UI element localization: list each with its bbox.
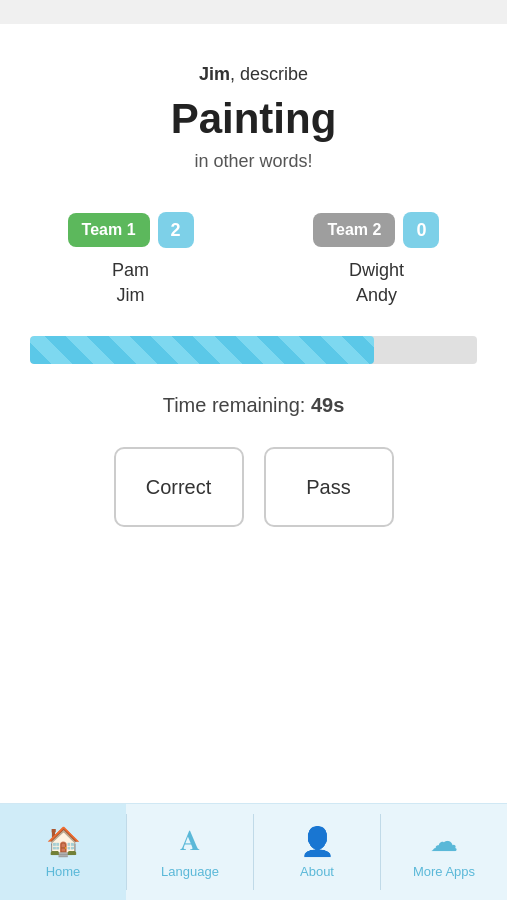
time-remaining-value: 49s <box>311 394 344 416</box>
main-content: Jim, describe Painting in other words! T… <box>0 24 507 803</box>
describe-prefix: , describe <box>230 64 308 84</box>
teams-row: Team 1 2 Pam Jim Team 2 0 Dwight Andy <box>30 212 477 306</box>
team2-member-0: Dwight <box>349 260 404 281</box>
team2-member-1: Andy <box>356 285 397 306</box>
team1-block: Team 1 2 Pam Jim <box>30 212 231 306</box>
nav-about[interactable]: 👤 About <box>254 804 380 900</box>
more-apps-icon: ☁ <box>430 825 458 858</box>
describer-name: Jim <box>199 64 230 84</box>
team2-members: Dwight Andy <box>349 260 404 306</box>
language-icon: 𝐀 <box>180 825 200 858</box>
bottom-nav: 🏠 Home 𝐀 Language 👤 About ☁ More Apps <box>0 803 507 900</box>
time-remaining: Time remaining: 49s <box>163 394 345 417</box>
nav-home-label: Home <box>46 864 81 879</box>
describe-text: Jim, describe <box>199 64 308 85</box>
progress-bar <box>30 336 374 364</box>
team1-member-1: Jim <box>117 285 145 306</box>
status-bar <box>0 0 507 24</box>
nav-language-label: Language <box>161 864 219 879</box>
team2-block: Team 2 0 Dwight Andy <box>276 212 477 306</box>
nav-about-label: About <box>300 864 334 879</box>
team1-member-0: Pam <box>112 260 149 281</box>
nav-more-apps-label: More Apps <box>413 864 475 879</box>
pass-button[interactable]: Pass <box>264 447 394 527</box>
correct-button[interactable]: Correct <box>114 447 244 527</box>
team1-score: 2 <box>158 212 194 248</box>
team2-badge: Team 2 <box>313 213 395 247</box>
team2-header: Team 2 0 <box>313 212 439 248</box>
about-icon: 👤 <box>300 825 335 858</box>
team2-score: 0 <box>403 212 439 248</box>
word-title: Painting <box>171 95 337 143</box>
in-other-words: in other words! <box>194 151 312 172</box>
team1-badge: Team 1 <box>68 213 150 247</box>
nav-language[interactable]: 𝐀 Language <box>127 804 253 900</box>
action-buttons: Correct Pass <box>114 447 394 527</box>
time-remaining-label: Time remaining: <box>163 394 311 416</box>
nav-home[interactable]: 🏠 Home <box>0 804 126 900</box>
nav-more-apps[interactable]: ☁ More Apps <box>381 804 507 900</box>
home-icon: 🏠 <box>46 825 81 858</box>
progress-container <box>30 336 477 364</box>
team1-members: Pam Jim <box>112 260 149 306</box>
team1-header: Team 1 2 <box>68 212 194 248</box>
